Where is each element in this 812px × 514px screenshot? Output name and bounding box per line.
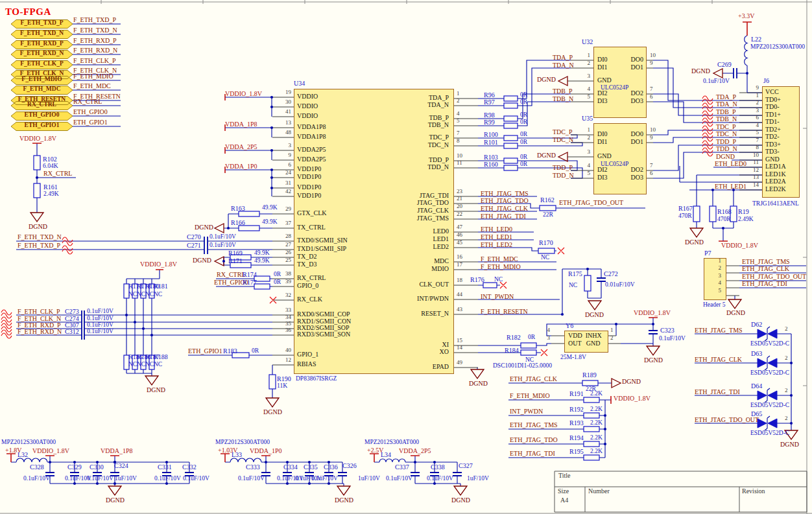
designator[interactable]: L33 [232,452,242,459]
designator[interactable]: R188 [154,354,168,361]
ground-label[interactable]: DGND [29,224,47,231]
designator[interactable]: R167 [678,205,693,213]
designator[interactable]: R184 [505,347,519,355]
net-label[interactable]: ETH_JTAG_TMS [742,259,790,266]
power-label[interactable]: VDDA_1P0 [250,448,281,455]
net-label[interactable]: ETH_JTAG_CLK [695,356,742,364]
designator[interactable]: U35 [582,115,593,123]
net-label[interactable]: ETH_JTAG_TDO [481,198,529,205]
designator[interactable]: C338 [431,464,445,471]
power-label[interactable]: VDDA_1P0 [225,163,257,170]
power-label[interactable]: VDDIO_1.8V [614,395,651,403]
ground-label[interactable]: DGND [451,497,470,504]
designator[interactable]: R98 [484,112,495,119]
net-label[interactable]: F_ETH_CLK_P [73,58,116,65]
designator[interactable]: C269 [717,62,732,69]
port[interactable]: F_ETH_TXD_N [11,30,73,37]
net-label[interactable]: F_ETH_MDIO [510,393,550,400]
net-label[interactable]: F_ETH_RESETN [481,309,528,316]
designator[interactable]: R170 [539,240,553,247]
ground-label[interactable]: DGND [585,312,604,319]
net-label[interactable]: INT_PWDN [481,294,514,301]
net-label[interactable]: TDB_N [553,96,573,103]
net-label[interactable]: ETH_JTAG_CLK [481,205,528,213]
designator[interactable]: R189 [582,372,597,379]
net-label[interactable]: TDB_P [553,88,573,95]
power-label[interactable]: +3.3V [738,13,754,20]
net-label[interactable]: F_ETH_TXD_P [18,242,60,250]
net-label[interactable]: F_ETH_MDC [73,83,111,90]
power-label[interactable]: VDDA_2P5 [399,448,431,455]
power-label[interactable]: VDDIO_1.8V [19,135,56,143]
designator[interactable]: C328 [30,464,44,471]
net-label[interactable]: ETH_JTAG_TMS [510,422,558,429]
designator[interactable]: R161 [43,184,58,191]
designator[interactable]: R175 [568,271,582,278]
power-label[interactable]: VDDIO_1.8V [721,242,758,250]
designator[interactable]: J6 [763,78,769,85]
net-label[interactable]: ETH_LED1 [715,183,746,191]
net-label[interactable]: TDD_P [716,139,736,146]
designator[interactable]: C337 [395,464,409,471]
designator[interactable]: C327 [459,463,473,470]
designator[interactable]: D64 [751,383,762,390]
designator[interactable]: R192 [569,406,584,414]
net-label[interactable]: F_ETH_MDC [481,256,518,263]
designator[interactable]: C336 [324,464,338,471]
net-label[interactable]: ETH_JTAG_TDO_OUT [559,200,623,207]
power-label[interactable]: VDDIO_1.8V [225,91,262,98]
designator[interactable]: R171 [228,258,243,265]
net-label[interactable]: TDB_P [716,109,736,116]
net-label[interactable]: ETH_LED0 [481,226,512,233]
net-label[interactable]: ETH_JTAG_TDO_OUT [695,417,759,424]
net-label[interactable]: TDA_N [553,62,574,69]
designator[interactable]: R101 [484,139,498,146]
net-label[interactable]: RX_CTRL [217,272,245,279]
net-label[interactable]: ETH_LED0 [715,161,746,168]
ground-label[interactable]: DGND [622,379,641,386]
designator[interactable]: R176 [470,277,484,284]
net-label[interactable]: TDC_P [716,124,736,131]
designator[interactable]: R99 [484,119,495,126]
designator[interactable]: R96 [484,92,495,99]
power-label[interactable]: VDDIO_1.8V [140,261,177,268]
net-label[interactable]: TDD_P [553,165,573,172]
net-label[interactable]: DGND [716,154,735,161]
ground-label[interactable]: DGND [691,68,710,75]
ground-label[interactable]: DGND [537,152,556,159]
designator[interactable]: L22 [751,36,761,43]
designator[interactable]: R182 [507,334,521,342]
ground-label[interactable]: DGND [106,497,125,504]
designator[interactable]: C329 [67,464,82,471]
designator[interactable]: R163 [231,205,245,213]
power-label[interactable]: VDDA_1P8 [225,121,257,128]
net-label[interactable]: ETH_JTAG_TMS [481,191,529,198]
designator[interactable]: R162 [540,197,555,204]
designator[interactable]: R103 [484,154,498,161]
designator[interactable]: R174 [243,272,257,279]
net-label[interactable]: ETH_JTAG_TDO [510,437,558,444]
designator[interactable]: C326 [342,463,357,470]
designator[interactable]: R195 [569,449,584,456]
designator[interactable]: C271 [187,242,201,250]
designator[interactable]: C332 [182,464,197,471]
port[interactable]: F_ETH_CLK_P [11,61,73,67]
designator[interactable]: C323 [660,327,675,334]
designator[interactable]: R194 [569,435,584,442]
designator[interactable]: R181 [154,283,168,290]
designator[interactable]: R190 [277,376,291,383]
net-label[interactable]: TDB_N [716,116,737,123]
designator[interactable]: C273 [65,309,79,316]
designator[interactable]: R166 [231,220,245,227]
net-label[interactable]: TDC_N [553,137,573,144]
port[interactable]: F_ETH_RXD_P [11,41,73,47]
ground-label[interactable]: DGND [193,257,211,264]
net-label[interactable]: F_ETH_MDIO [73,73,113,80]
net-label[interactable]: TDD_N [553,172,574,180]
ground-label[interactable]: DGND [195,224,213,231]
net-label[interactable]: ETH_JTAG_CLK [742,266,789,273]
ground-label[interactable]: DGND [537,76,556,84]
designator[interactable]: C272 [604,271,618,278]
designator[interactable]: C334 [283,464,298,471]
designator[interactable]: R169 [228,250,243,257]
